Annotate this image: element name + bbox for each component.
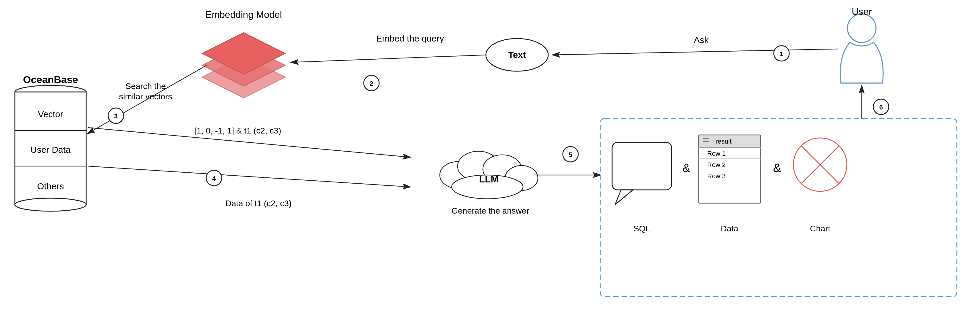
svg-text:[1, 0, -1, 1] & t1 (c2, c3): [1, 0, -1, 1] & t1 (c2, c3) (194, 126, 282, 135)
svg-rect-51 (698, 135, 761, 203)
svg-text:Data: Data (721, 224, 738, 233)
svg-text:User: User (852, 6, 872, 17)
svg-text:User Data: User Data (30, 145, 70, 155)
svg-line-65 (802, 146, 839, 184)
svg-text:Embedding Model: Embedding Model (205, 9, 282, 20)
svg-point-33 (206, 170, 222, 186)
svg-text:5: 5 (569, 151, 572, 158)
svg-text:2: 2 (370, 80, 373, 87)
svg-point-15 (486, 39, 548, 71)
svg-line-30 (88, 128, 410, 157)
svg-rect-54 (703, 141, 709, 142)
svg-text:&: & (773, 161, 781, 174)
svg-text:Chart: Chart (810, 224, 830, 233)
svg-point-19 (774, 46, 789, 61)
svg-point-36 (440, 162, 476, 188)
svg-text:Row 1: Row 1 (707, 150, 725, 157)
main-svg: Vector User Data Others OceanBase Embedd… (0, 0, 980, 318)
svg-text:similar vectors: similar vectors (119, 92, 172, 101)
svg-text:1: 1 (780, 50, 783, 57)
svg-text:3: 3 (114, 112, 118, 120)
svg-marker-10 (202, 44, 285, 86)
svg-text:Vector: Vector (38, 109, 63, 119)
svg-text:Row 2: Row 2 (707, 161, 725, 168)
svg-text:OceanBase: OceanBase (23, 74, 78, 85)
svg-text:&: & (682, 161, 690, 174)
svg-text:Data of t1 (c2, c3): Data of t1 (c2, c3) (226, 199, 292, 208)
svg-point-64 (793, 138, 847, 191)
svg-rect-47 (612, 142, 671, 190)
svg-line-32 (88, 166, 410, 187)
svg-point-37 (458, 151, 499, 181)
svg-text:Text: Text (508, 50, 526, 60)
svg-text:Row 3: Row 3 (707, 172, 725, 180)
svg-rect-52 (698, 135, 761, 147)
svg-text:result: result (716, 138, 732, 145)
svg-point-40 (452, 175, 523, 199)
svg-line-17 (553, 49, 838, 55)
svg-text:Search the: Search the (126, 82, 165, 91)
svg-rect-53 (703, 138, 709, 139)
svg-point-69 (873, 99, 889, 114)
svg-text:Ask: Ask (694, 35, 709, 45)
svg-marker-48 (615, 190, 633, 205)
svg-line-21 (291, 55, 487, 62)
svg-line-25 (88, 65, 207, 133)
svg-text:SQL: SQL (633, 224, 650, 233)
svg-point-43 (563, 147, 578, 162)
svg-text:LLM: LLM (479, 174, 499, 185)
svg-line-66 (802, 146, 839, 184)
svg-marker-9 (202, 56, 285, 98)
svg-text:Others: Others (37, 181, 64, 191)
svg-point-2 (15, 198, 86, 211)
svg-text:Generate the answer: Generate the answer (451, 206, 529, 215)
svg-point-0 (15, 85, 86, 98)
svg-text:6: 6 (879, 103, 883, 111)
svg-point-13 (848, 14, 876, 43)
diagram-container: Vector User Data Others OceanBase Embedd… (0, 0, 980, 318)
svg-point-38 (483, 155, 522, 184)
svg-text:4: 4 (212, 175, 216, 182)
svg-rect-46 (600, 119, 957, 297)
svg-text:Embed the query: Embed the query (376, 33, 444, 43)
svg-point-28 (108, 108, 124, 123)
svg-point-23 (364, 75, 379, 91)
svg-rect-1 (15, 92, 86, 205)
svg-point-39 (505, 166, 538, 190)
svg-marker-11 (202, 33, 285, 74)
